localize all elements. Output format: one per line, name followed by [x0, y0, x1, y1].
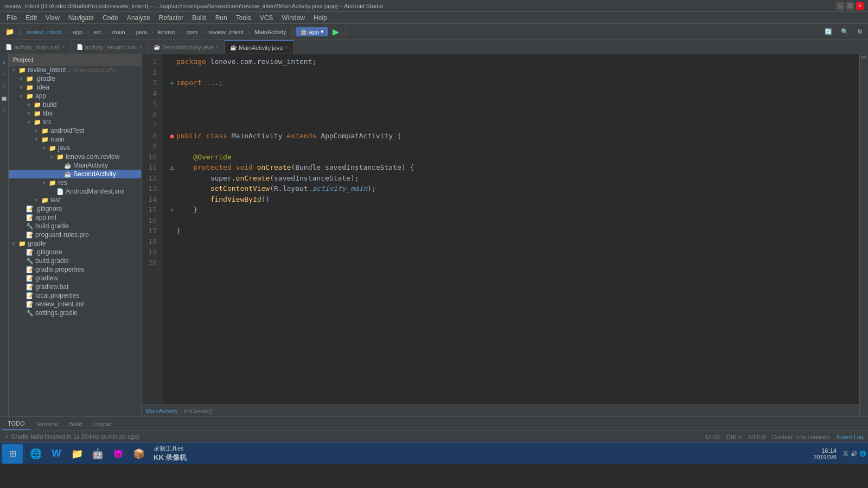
toolbar-app[interactable]: app: [69, 28, 86, 36]
menu-item-analyze[interactable]: Analyze: [123, 13, 155, 23]
tray-network[interactable]: 🌐: [859, 451, 866, 457]
tab-close-1[interactable]: ×: [139, 44, 142, 50]
minimize-button[interactable]: –: [837, 2, 844, 10]
tree-item-18[interactable]: 🔧build.gradle: [9, 222, 141, 230]
menu-item-vcs[interactable]: VCS: [256, 13, 278, 23]
file-tab-activity_main-xml[interactable]: 📄activity_main.xml×: [0, 40, 71, 54]
bottom-tab-build[interactable]: Build: [63, 419, 87, 429]
tree-item-1[interactable]: ▼📁.gradle: [9, 74, 141, 83]
bottom-tab-terminal[interactable]: Terminal: [30, 419, 64, 429]
tree-item-27[interactable]: 📝review_intent.iml: [9, 300, 141, 309]
tree-item-16[interactable]: 📝.gitignore: [9, 204, 141, 213]
tree-item-13[interactable]: ▼📁res: [9, 178, 141, 187]
toolbar-review-intent-pkg[interactable]: review_intent: [205, 28, 247, 36]
run-button[interactable]: ▶: [329, 25, 342, 38]
maximize-button[interactable]: □: [846, 2, 854, 10]
sidebar-favorites-icon[interactable]: ★: [1, 82, 8, 90]
toolbar-java[interactable]: java: [133, 28, 150, 36]
menu-item-help[interactable]: Help: [309, 13, 331, 23]
tree-item-8[interactable]: ▼📁main: [9, 135, 141, 144]
menu-item-view[interactable]: View: [41, 13, 64, 23]
bc-arrow-3: ›: [106, 28, 108, 36]
bottom-tab-todo[interactable]: TODO: [2, 418, 30, 430]
tree-item-26[interactable]: 📝local.properties: [9, 291, 141, 300]
toolbar-lenovo[interactable]: lenovo: [155, 28, 178, 36]
tree-item-6[interactable]: ▼📁src: [9, 118, 141, 126]
toolbar-com[interactable]: com: [183, 28, 201, 36]
menu-item-file[interactable]: File: [2, 13, 21, 23]
tree-item-28[interactable]: 🔧settings.gradle: [9, 309, 141, 317]
tree-item-25[interactable]: 📝gradlew.bat: [9, 282, 141, 291]
menu-item-window[interactable]: Window: [277, 13, 309, 23]
taskbar-date: 2019/3/8: [813, 454, 837, 460]
toolbar-search-icon[interactable]: 🔍: [838, 27, 852, 36]
tray-info[interactable]: 🔊: [851, 451, 857, 457]
menu-item-code[interactable]: Code: [98, 13, 123, 23]
menu-item-navigate[interactable]: Navigate: [64, 13, 98, 23]
tab-close-3[interactable]: ×: [285, 44, 288, 50]
taskbar-app2[interactable]: 📦: [129, 444, 149, 464]
tree-item-19[interactable]: 📝proguard-rules.pro: [9, 230, 141, 239]
tree-item-21[interactable]: 📝.gitignore: [9, 248, 141, 256]
toolbar-main[interactable]: main: [109, 28, 129, 36]
tree-item-15[interactable]: ▼📁test: [9, 196, 141, 204]
toolbar-sync-icon[interactable]: 🔄: [821, 27, 835, 36]
menu-item-run[interactable]: Run: [211, 13, 232, 23]
tree-item-14[interactable]: 📄AndroidManifest.xml: [9, 187, 141, 196]
tree-item-11[interactable]: ☕MainActivity: [9, 161, 141, 170]
file-tab-activity_second-xml[interactable]: 📄activity_second.xml×: [71, 40, 148, 54]
cursor-position[interactable]: 12:22: [705, 434, 720, 440]
bottom-tab-logcat[interactable]: Logcat: [88, 419, 117, 429]
breadcrumb-oncreate[interactable]: onCreate(): [184, 408, 213, 414]
code-content[interactable]: package lenovo.com.review_intent;+import…: [163, 54, 859, 404]
tree-arrow-5: ▼: [26, 111, 33, 117]
sidebar-project-icon[interactable]: P: [1, 59, 8, 66]
tree-label-15: test: [50, 196, 61, 204]
breadcrumb-mainactivity[interactable]: MainActivity: [146, 408, 178, 414]
tab-close-0[interactable]: ×: [62, 44, 65, 50]
taskbar-chrome[interactable]: 🌐: [25, 444, 46, 464]
event-log-link[interactable]: Event Log: [837, 434, 864, 440]
sidebar-android-icon[interactable]: 🤖: [1, 94, 8, 102]
code-text-12: super.onCreate(savedInstanceState);: [176, 173, 359, 184]
tab-close-2[interactable]: ×: [215, 44, 219, 50]
toolbar-mainactivity[interactable]: MainActivity: [251, 28, 290, 36]
tree-item-5[interactable]: ▼📁libs: [9, 109, 141, 118]
tray-lang[interactable]: 英: [843, 450, 848, 458]
taskbar-android-studio[interactable]: 🤖: [87, 444, 108, 464]
close-button[interactable]: ✕: [856, 2, 864, 10]
taskbar-explorer[interactable]: 📁: [67, 444, 87, 464]
tree-item-17[interactable]: 📝app.iml: [9, 213, 141, 222]
tree-item-9[interactable]: ▼📁java: [9, 144, 141, 152]
tree-item-7[interactable]: ▼📁androidTest: [9, 126, 141, 135]
tree-item-24[interactable]: 📝gradlew: [9, 274, 141, 282]
sidebar-structure-icon[interactable]: ≡: [1, 70, 8, 78]
start-button[interactable]: ⊞: [2, 444, 23, 464]
menu-item-tools[interactable]: Tools: [232, 13, 256, 23]
menu-item-refactor[interactable]: Refactor: [155, 13, 188, 23]
taskbar-word[interactable]: W: [46, 444, 67, 464]
toolbar-review-intent[interactable]: review_intent: [23, 28, 65, 36]
run-config-selector[interactable]: 🤖 app ▾: [296, 27, 328, 36]
toolbar-settings-icon[interactable]: ⚙: [854, 27, 866, 36]
file-tab-SecondActivity-java[interactable]: ☕SecondActivity.java×: [148, 40, 225, 54]
tree-item-23[interactable]: 📝gradle.properties: [9, 265, 141, 274]
file-tab-MainActivity-java[interactable]: ☕MainActivity.java×: [225, 40, 294, 54]
menu-item-build[interactable]: Build: [188, 13, 211, 23]
main-area: P ≡ ★ 🤖 G Project ▼📁review_intent D:\And…: [0, 54, 868, 416]
encoding[interactable]: UTF-8: [749, 434, 765, 440]
sidebar-gradle-icon[interactable]: G: [1, 106, 8, 114]
tree-item-2[interactable]: ▼📁.idea: [9, 83, 141, 92]
taskbar-app1[interactable]: 😈: [108, 444, 129, 464]
tree-item-20[interactable]: ▼📁gradle: [9, 239, 141, 248]
tree-item-0[interactable]: ▼📁review_intent D:\AndroidStudioPro: [9, 66, 141, 74]
tree-item-22[interactable]: 🔧build.gradle: [9, 256, 141, 265]
tree-item-3[interactable]: ▼📁app: [9, 92, 141, 100]
toolbar-src[interactable]: src: [90, 28, 105, 36]
tree-item-4[interactable]: ▼📁build: [9, 100, 141, 109]
line-sep[interactable]: CRLF: [726, 434, 742, 440]
tree-item-10[interactable]: ▼📁lenovo.com.review: [9, 152, 141, 161]
menu-item-edit[interactable]: Edit: [21, 13, 41, 23]
tree-item-12[interactable]: ☕SecondActivity: [9, 170, 141, 178]
editor-area[interactable]: 1234567891011121314151617181920 package …: [142, 54, 859, 416]
